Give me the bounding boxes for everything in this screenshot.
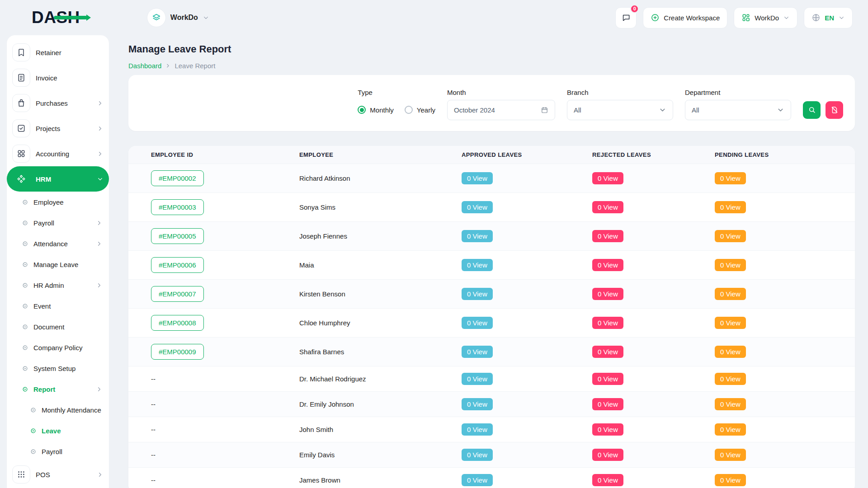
messages-button[interactable]: 0 [615,7,637,28]
rejected-leaves-view-button[interactable]: 0 View [592,373,623,385]
breadcrumb-dashboard-link[interactable]: Dashboard [128,62,161,70]
approved-leaves-view-button[interactable]: 0 View [462,201,493,213]
employee-id-button[interactable]: #EMP00002 [151,170,204,186]
column-header-rejected-leaves: REJECTED LEAVES [592,146,715,164]
chevron-down-icon [97,176,104,183]
sidebar-subitem-report[interactable]: Report [7,379,109,399]
file-off-icon [830,106,839,114]
rejected-leaves-view-button[interactable]: 0 View [592,449,623,461]
approved-leaves-view-button[interactable]: 0 View [462,259,493,271]
pending-leaves-cell: 0 View [715,195,855,220]
rejected-leaves-view-button[interactable]: 0 View [592,423,623,436]
sidebar-item-projects[interactable]: Projects [7,116,109,141]
approved-leaves-view-button[interactable]: 0 View [462,317,493,329]
sidebar-subitem-employee[interactable]: Employee [7,192,109,212]
rejected-leaves-view-button[interactable]: 0 View [592,398,623,410]
employee-id-button[interactable]: #EMP00007 [151,286,204,302]
rejected-leaves-view-button[interactable]: 0 View [592,172,623,184]
sidebar-subitem-payroll[interactable]: Payroll [7,441,109,462]
sidebar-subitem-document[interactable]: Document [7,316,109,337]
pending-leaves-view-button[interactable]: 0 View [715,172,746,184]
reset-filter-button[interactable] [826,101,843,119]
sidebar-subitem-payroll[interactable]: Payroll [7,212,109,233]
pending-leaves-view-button[interactable]: 0 View [715,201,746,213]
table-row: #EMP00006 Maia 0 View 0 View 0 View [128,250,855,279]
search-button[interactable] [803,101,821,119]
radio-monthly[interactable]: Monthly [358,106,394,114]
table-row: -- Emily Davis 0 View 0 View 0 View [128,442,855,467]
employee-id-button[interactable]: #EMP00009 [151,344,204,360]
chat-icon [622,13,631,22]
sidebar-subitem-hr-admin[interactable]: HR Admin [7,275,109,296]
sidebar-item-retainer[interactable]: Retainer [7,40,109,65]
sidebar-subitem-company-policy[interactable]: Company Policy [7,337,109,358]
employee-id-button[interactable]: #EMP00006 [151,257,204,273]
pending-leaves-view-button[interactable]: 0 View [715,259,746,271]
sidebar-item-accounting[interactable]: Accounting [7,141,109,166]
rejected-leaves-view-button[interactable]: 0 View [592,230,623,242]
table-row: #EMP00009 Shafira Barnes 0 View 0 View 0… [128,337,855,366]
approved-leaves-view-button[interactable]: 0 View [462,346,493,358]
approved-leaves-cell: 0 View [462,442,592,467]
employee-name: Kirsten Benson [299,290,345,298]
approved-leaves-view-button[interactable]: 0 View [462,398,493,410]
rejected-leaves-view-button[interactable]: 0 View [592,288,623,300]
app-logo[interactable]: DASH [32,8,80,27]
retainer-icon [12,43,30,61]
workspace-switcher[interactable]: WorkDo [147,8,209,27]
type-label: Type [358,89,435,96]
pending-leaves-view-button[interactable]: 0 View [715,449,746,461]
employee-id-button[interactable]: #EMP00005 [151,228,204,244]
pending-leaves-view-button[interactable]: 0 View [715,346,746,358]
employee-name: Sonya Sims [299,203,335,211]
sidebar-subitem-manage-leave[interactable]: Manage Leave [7,254,109,275]
department-select[interactable]: All [685,100,791,120]
sidebar-item-pos[interactable]: POS [7,462,109,487]
sidebar-subitem-label: Monthly Attendance [42,406,103,414]
pending-leaves-view-button[interactable]: 0 View [715,398,746,410]
create-workspace-button[interactable]: Create Workspace [643,7,727,28]
pending-leaves-view-button[interactable]: 0 View [715,288,746,300]
table-row: -- Dr. Michael Rodriguez 0 View 0 View 0… [128,366,855,391]
approved-leaves-view-button[interactable]: 0 View [462,423,493,436]
month-input[interactable]: October 2024 [447,100,555,120]
sidebar-subitem-monthly-attendance[interactable]: Monthly Attendance [7,399,109,420]
rejected-leaves-view-button[interactable]: 0 View [592,259,623,271]
approved-leaves-view-button[interactable]: 0 View [462,373,493,385]
pending-leaves-view-button[interactable]: 0 View [715,373,746,385]
rejected-leaves-view-button[interactable]: 0 View [592,346,623,358]
language-selector[interactable]: EN [804,7,853,28]
rejected-leaves-cell: 0 View [592,166,715,191]
hrm-icon [12,170,30,188]
employee-id-button[interactable]: #EMP00008 [151,315,204,331]
sidebar-subitem-leave[interactable]: Leave [7,420,109,441]
employee-id-button[interactable]: #EMP00003 [151,199,204,215]
pending-leaves-view-button[interactable]: 0 View [715,474,746,486]
employee-id-cell: #EMP00002 [128,164,299,192]
approved-leaves-view-button[interactable]: 0 View [462,449,493,461]
sidebar-item-purchases[interactable]: Purchases [7,90,109,116]
branch-select[interactable]: All [567,100,673,120]
employee-name-cell: Dr. Emily Johnson [299,394,462,414]
workspace-menu-button[interactable]: WorkDo [734,7,797,28]
sidebar-subitem-attendance[interactable]: Attendance [7,233,109,254]
approved-leaves-view-button[interactable]: 0 View [462,230,493,242]
rejected-leaves-view-button[interactable]: 0 View [592,201,623,213]
pending-leaves-view-button[interactable]: 0 View [715,317,746,329]
pending-leaves-view-button[interactable]: 0 View [715,230,746,242]
approved-leaves-view-button[interactable]: 0 View [462,474,493,486]
approved-leaves-view-button[interactable]: 0 View [462,288,493,300]
approved-leaves-view-button[interactable]: 0 View [462,172,493,184]
radio-yearly[interactable]: Yearly [405,106,435,114]
sidebar-item-invoice[interactable]: Invoice [7,65,109,90]
pending-leaves-cell: 0 View [715,392,855,417]
sidebar-subitem-system-setup[interactable]: System Setup [7,358,109,379]
sidebar-item-hrm[interactable]: HRM [7,166,109,192]
workspace-name: WorkDo [170,14,198,22]
rejected-leaves-view-button[interactable]: 0 View [592,474,623,486]
sidebar-item-label: Retainer [36,49,104,56]
sidebar: Retainer Invoice Purchases Projects Acco… [7,35,109,488]
sidebar-subitem-event[interactable]: Event [7,296,109,316]
rejected-leaves-view-button[interactable]: 0 View [592,317,623,329]
pending-leaves-view-button[interactable]: 0 View [715,423,746,436]
